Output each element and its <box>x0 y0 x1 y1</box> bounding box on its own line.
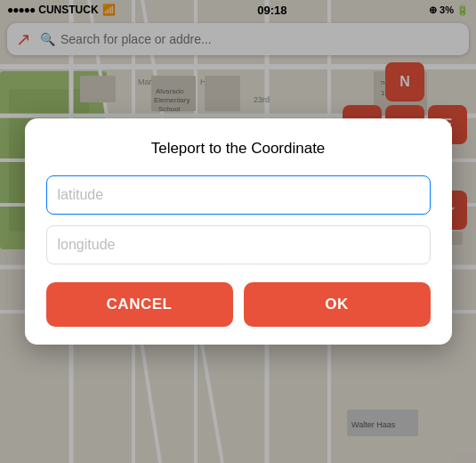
cancel-button[interactable]: CANCEL <box>46 282 233 327</box>
modal-buttons: CANCEL OK <box>46 282 431 327</box>
modal-overlay: Teleport to the Coordinate CANCEL OK <box>0 0 476 463</box>
teleport-modal: Teleport to the Coordinate CANCEL OK <box>25 118 452 345</box>
ok-button[interactable]: OK <box>244 282 431 327</box>
latitude-input[interactable] <box>46 175 431 215</box>
longitude-input[interactable] <box>46 225 431 264</box>
modal-title: Teleport to the Coordinate <box>46 140 431 158</box>
